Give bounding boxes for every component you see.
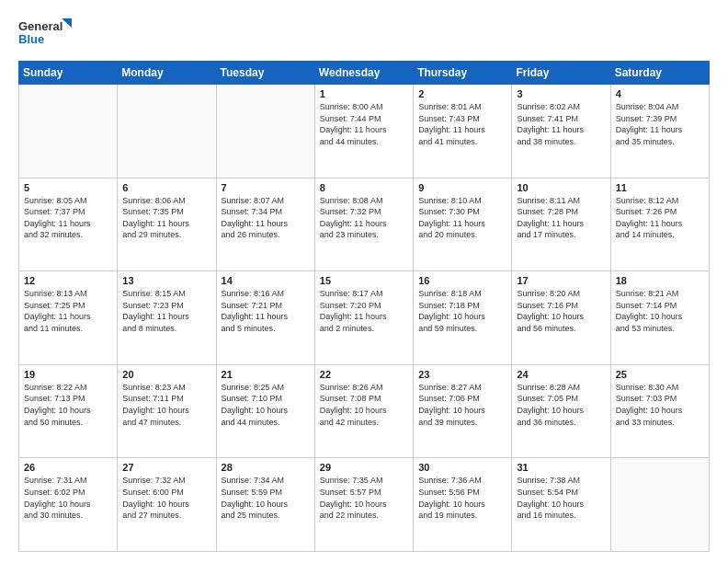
page-header: General Blue [18,15,710,52]
day-info: Sunrise: 8:15 AM Sunset: 7:23 PM Dayligh… [122,288,210,334]
calendar-col-header: Sunday [19,62,118,85]
day-info: Sunrise: 7:34 AM Sunset: 5:59 PM Dayligh… [222,475,310,521]
calendar-cell: 6Sunrise: 8:06 AM Sunset: 7:35 PM Daylig… [118,178,216,271]
day-number: 25 [616,369,704,380]
svg-text:Blue: Blue [18,32,44,46]
logo: General Blue [18,15,74,52]
calendar-cell: 26Sunrise: 7:31 AM Sunset: 6:02 PM Dayli… [19,458,118,552]
day-number: 8 [320,182,408,193]
calendar-cell [19,85,118,178]
day-number: 19 [24,369,112,380]
day-info: Sunrise: 8:05 AM Sunset: 7:37 PM Dayligh… [24,195,112,241]
day-number: 11 [616,182,704,193]
calendar-cell: 28Sunrise: 7:34 AM Sunset: 5:59 PM Dayli… [216,458,314,552]
calendar-week-row: 26Sunrise: 7:31 AM Sunset: 6:02 PM Dayli… [19,458,710,552]
day-info: Sunrise: 8:16 AM Sunset: 7:21 PM Dayligh… [222,288,310,334]
calendar-cell [118,85,216,178]
calendar-cell: 4Sunrise: 8:04 AM Sunset: 7:39 PM Daylig… [610,85,709,178]
svg-text:General: General [18,19,63,33]
svg-marker-2 [62,18,72,28]
day-info: Sunrise: 8:07 AM Sunset: 7:34 PM Dayligh… [222,195,310,241]
calendar-cell [216,85,314,178]
calendar-week-row: 1Sunrise: 8:00 AM Sunset: 7:44 PM Daylig… [19,85,710,178]
day-number: 21 [222,369,310,380]
calendar-cell: 14Sunrise: 8:16 AM Sunset: 7:21 PM Dayli… [216,271,314,365]
day-info: Sunrise: 8:25 AM Sunset: 7:10 PM Dayligh… [222,382,310,428]
calendar-cell: 5Sunrise: 8:05 AM Sunset: 7:37 PM Daylig… [19,178,118,271]
day-info: Sunrise: 8:01 AM Sunset: 7:43 PM Dayligh… [418,101,506,147]
calendar-cell: 25Sunrise: 8:30 AM Sunset: 7:03 PM Dayli… [610,364,709,458]
day-number: 20 [122,369,210,380]
calendar-cell: 27Sunrise: 7:32 AM Sunset: 6:00 PM Dayli… [118,458,216,552]
calendar-header-row: SundayMondayTuesdayWednesdayThursdayFrid… [19,62,710,85]
day-info: Sunrise: 7:31 AM Sunset: 6:02 PM Dayligh… [24,475,112,521]
calendar-cell: 13Sunrise: 8:15 AM Sunset: 7:23 PM Dayli… [118,271,216,365]
day-number: 27 [122,462,210,473]
day-info: Sunrise: 8:06 AM Sunset: 7:35 PM Dayligh… [122,195,210,241]
day-number: 17 [517,275,605,286]
calendar-cell: 21Sunrise: 8:25 AM Sunset: 7:10 PM Dayli… [216,364,314,458]
calendar-cell: 30Sunrise: 7:36 AM Sunset: 5:56 PM Dayli… [414,458,512,552]
day-info: Sunrise: 8:18 AM Sunset: 7:18 PM Dayligh… [418,288,506,334]
calendar-cell: 31Sunrise: 7:38 AM Sunset: 5:54 PM Dayli… [512,458,610,552]
day-number: 9 [418,182,506,193]
day-info: Sunrise: 8:11 AM Sunset: 7:28 PM Dayligh… [517,195,605,241]
day-info: Sunrise: 8:04 AM Sunset: 7:39 PM Dayligh… [616,101,704,147]
day-number: 29 [320,462,408,473]
day-info: Sunrise: 8:28 AM Sunset: 7:05 PM Dayligh… [517,382,605,428]
day-info: Sunrise: 8:21 AM Sunset: 7:14 PM Dayligh… [616,288,704,334]
day-info: Sunrise: 8:00 AM Sunset: 7:44 PM Dayligh… [320,101,408,147]
day-info: Sunrise: 8:12 AM Sunset: 7:26 PM Dayligh… [616,195,704,241]
day-info: Sunrise: 8:02 AM Sunset: 7:41 PM Dayligh… [517,101,605,147]
day-info: Sunrise: 8:30 AM Sunset: 7:03 PM Dayligh… [616,382,704,428]
calendar-cell: 15Sunrise: 8:17 AM Sunset: 7:20 PM Dayli… [314,271,413,365]
day-number: 30 [418,462,506,473]
day-info: Sunrise: 8:13 AM Sunset: 7:25 PM Dayligh… [24,288,112,334]
day-info: Sunrise: 7:38 AM Sunset: 5:54 PM Dayligh… [517,475,605,521]
day-number: 2 [418,88,506,99]
day-info: Sunrise: 8:26 AM Sunset: 7:08 PM Dayligh… [320,382,408,428]
calendar-cell: 22Sunrise: 8:26 AM Sunset: 7:08 PM Dayli… [314,364,413,458]
calendar-cell: 11Sunrise: 8:12 AM Sunset: 7:26 PM Dayli… [610,178,709,271]
day-number: 16 [418,275,506,286]
day-number: 13 [122,275,210,286]
day-number: 6 [122,182,210,193]
day-number: 23 [418,369,506,380]
calendar-cell: 8Sunrise: 8:08 AM Sunset: 7:32 PM Daylig… [314,178,413,271]
day-number: 12 [24,275,112,286]
day-number: 10 [517,182,605,193]
calendar-table: SundayMondayTuesdayWednesdayThursdayFrid… [18,61,710,552]
calendar-cell [610,458,709,552]
calendar-cell: 1Sunrise: 8:00 AM Sunset: 7:44 PM Daylig… [314,85,413,178]
calendar-col-header: Thursday [414,62,512,85]
day-number: 4 [616,88,704,99]
calendar-cell: 18Sunrise: 8:21 AM Sunset: 7:14 PM Dayli… [610,271,709,365]
calendar-cell: 12Sunrise: 8:13 AM Sunset: 7:25 PM Dayli… [19,271,118,365]
calendar-col-header: Tuesday [216,62,314,85]
day-number: 3 [517,88,605,99]
calendar-cell: 7Sunrise: 8:07 AM Sunset: 7:34 PM Daylig… [216,178,314,271]
calendar-cell: 2Sunrise: 8:01 AM Sunset: 7:43 PM Daylig… [414,85,512,178]
calendar-col-header: Wednesday [314,62,413,85]
day-info: Sunrise: 7:35 AM Sunset: 5:57 PM Dayligh… [320,475,408,521]
day-number: 31 [517,462,605,473]
day-number: 5 [24,182,112,193]
day-number: 15 [320,275,408,286]
day-number: 24 [517,369,605,380]
calendar-cell: 24Sunrise: 8:28 AM Sunset: 7:05 PM Dayli… [512,364,610,458]
calendar-col-header: Friday [512,62,610,85]
logo-svg: General Blue [18,15,74,52]
calendar-week-row: 12Sunrise: 8:13 AM Sunset: 7:25 PM Dayli… [19,271,710,365]
calendar-cell: 9Sunrise: 8:10 AM Sunset: 7:30 PM Daylig… [414,178,512,271]
day-info: Sunrise: 8:08 AM Sunset: 7:32 PM Dayligh… [320,195,408,241]
day-info: Sunrise: 8:10 AM Sunset: 7:30 PM Dayligh… [418,195,506,241]
calendar-cell: 10Sunrise: 8:11 AM Sunset: 7:28 PM Dayli… [512,178,610,271]
calendar-cell: 3Sunrise: 8:02 AM Sunset: 7:41 PM Daylig… [512,85,610,178]
calendar-cell: 29Sunrise: 7:35 AM Sunset: 5:57 PM Dayli… [314,458,413,552]
calendar-cell: 20Sunrise: 8:23 AM Sunset: 7:11 PM Dayli… [118,364,216,458]
day-number: 22 [320,369,408,380]
day-info: Sunrise: 8:17 AM Sunset: 7:20 PM Dayligh… [320,288,408,334]
calendar-cell: 17Sunrise: 8:20 AM Sunset: 7:16 PM Dayli… [512,271,610,365]
calendar-week-row: 19Sunrise: 8:22 AM Sunset: 7:13 PM Dayli… [19,364,710,458]
day-number: 14 [222,275,310,286]
